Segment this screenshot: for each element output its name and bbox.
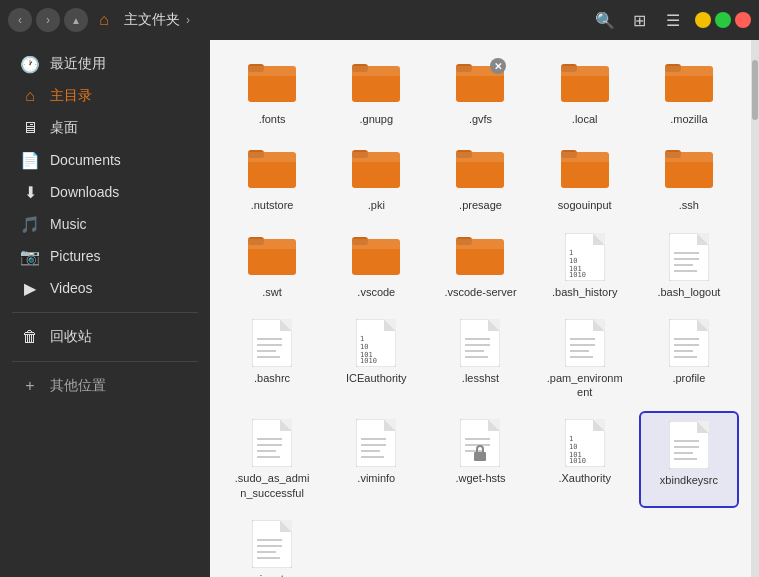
sidebar-label-videos: Videos (50, 280, 93, 296)
documents-icon: 📄 (20, 150, 40, 170)
file-item-gvfs[interactable]: ✕ .gvfs (430, 52, 530, 134)
file-label-profile: .profile (672, 371, 705, 385)
up-button[interactable]: ▲ (64, 8, 88, 32)
file-item-pki[interactable]: .pki (326, 138, 426, 220)
sidebar-label-add: 其他位置 (50, 377, 106, 395)
file-label-wget-hsts: .wget-hsts (455, 471, 505, 485)
file-label-bash-history: .bash_history (552, 285, 617, 299)
sidebar-item-trash[interactable]: 🗑 回收站 (4, 321, 206, 353)
sidebar-item-desktop[interactable]: 🖥 桌面 (4, 112, 206, 144)
folder-icon-local (561, 60, 609, 108)
sidebar-label-pictures: Pictures (50, 248, 101, 264)
path-arrow: › (186, 13, 190, 27)
sidebar-item-home[interactable]: ⌂ 主目录 (4, 80, 206, 112)
file-label-pam-environment: .pam_environment (545, 371, 625, 400)
file-item-xbindkeysrc[interactable]: xbindkeysrc (639, 411, 739, 508)
path-label: 主文件夹 (124, 11, 180, 29)
sidebar-label-desktop: 桌面 (50, 119, 78, 137)
maximize-button[interactable] (715, 12, 731, 28)
file-label-xinputrc: .xinputrc (251, 572, 293, 577)
file-item-vscode-server[interactable]: .vscode-server (430, 225, 530, 307)
sidebar-item-documents[interactable]: 📄 Documents (4, 144, 206, 176)
binary-icon-iceauthority: 1 10 101 1010 (352, 319, 400, 367)
file-item-fonts[interactable]: .fonts (222, 52, 322, 134)
sidebar: 🕐 最近使用 ⌂ 主目录 🖥 桌面 📄 Documents ⬇ Download… (0, 40, 210, 577)
svg-text:1: 1 (569, 249, 573, 257)
file-label-local: .local (572, 112, 598, 126)
file-label-swt: .swt (262, 285, 282, 299)
file-item-bash-logout[interactable]: .bash_logout (639, 225, 739, 307)
file-item-wget-hsts[interactable]: .wget-hsts (430, 411, 530, 508)
file-item-iceauthority[interactable]: 1 10 101 1010 ICEauthority (326, 311, 426, 408)
folder-icon-fonts (248, 60, 296, 108)
minimize-button[interactable] (695, 12, 711, 28)
file-item-ssh[interactable]: .ssh (639, 138, 739, 220)
desktop-icon: 🖥 (20, 118, 40, 138)
file-item-sudo[interactable]: .sudo_as_admin_successful (222, 411, 322, 508)
file-item-vscode[interactable]: .vscode (326, 225, 426, 307)
doc-icon-profile (665, 319, 713, 367)
file-item-lesshst[interactable]: .lesshst (430, 311, 530, 408)
file-item-bash-history[interactable]: 1 10 101 1010 .bash_history (535, 225, 635, 307)
sidebar-label-downloads: Downloads (50, 184, 119, 200)
svg-rect-33 (248, 239, 296, 249)
file-item-bashrc[interactable]: .bashrc (222, 311, 322, 408)
scroll-thumb[interactable] (752, 60, 758, 120)
sidebar-item-music[interactable]: 🎵 Music (4, 208, 206, 240)
pictures-icon: 📷 (20, 246, 40, 266)
sidebar-item-downloads[interactable]: ⬇ Downloads (4, 176, 206, 208)
file-item-profile[interactable]: .profile (639, 311, 739, 408)
file-item-pam-environment[interactable]: .pam_environment (535, 311, 635, 408)
window-controls (695, 12, 751, 28)
svg-text:10: 10 (569, 443, 577, 451)
sidebar-label-recent: 最近使用 (50, 55, 106, 73)
sidebar-item-recent[interactable]: 🕐 最近使用 (4, 48, 206, 80)
file-label-xauthority: .Xauthority (558, 471, 611, 485)
forward-button[interactable]: › (36, 8, 60, 32)
file-label-bash-logout: .bash_logout (657, 285, 720, 299)
scrollbar[interactable] (751, 40, 759, 577)
trash-icon: 🗑 (20, 327, 40, 347)
titlebar-actions: 🔍 ⊞ ☰ (591, 6, 687, 34)
add-icon: + (20, 376, 40, 396)
file-item-local[interactable]: .local (535, 52, 635, 134)
svg-rect-39 (456, 239, 504, 249)
sidebar-item-videos[interactable]: ▶ Videos (4, 272, 206, 304)
file-item-xauthority[interactable]: 1 10 101 1010 .Xauthority (535, 411, 635, 508)
close-button[interactable] (735, 12, 751, 28)
nav-buttons: ‹ › ▲ (8, 8, 88, 32)
sidebar-label-documents: Documents (50, 152, 121, 168)
file-item-gnupg[interactable]: .gnupg (326, 52, 426, 134)
sidebar-add-location[interactable]: + 其他位置 (4, 370, 206, 402)
folder-icon-vscode-server (456, 233, 504, 281)
doc-icon-lesshst (456, 319, 504, 367)
file-item-swt[interactable]: .swt (222, 225, 322, 307)
doc-icon-bash-logout (665, 233, 713, 281)
file-item-nutstore[interactable]: .nutstore (222, 138, 322, 220)
sidebar-item-pictures[interactable]: 📷 Pictures (4, 240, 206, 272)
search-button[interactable]: 🔍 (591, 6, 619, 34)
svg-rect-3 (248, 66, 296, 76)
doc-icon-viminfo (352, 419, 400, 467)
file-item-mozilla[interactable]: .mozilla (639, 52, 739, 134)
file-label-viminfo: .viminfo (357, 471, 395, 485)
menu-button[interactable]: ☰ (659, 6, 687, 34)
file-item-sogouinput[interactable]: sogouinput (535, 138, 635, 220)
view-button[interactable]: ⊞ (625, 6, 653, 34)
folder-icon-vscode (352, 233, 400, 281)
back-button[interactable]: ‹ (8, 8, 32, 32)
file-item-viminfo[interactable]: .viminfo (326, 411, 426, 508)
file-label-sudo: .sudo_as_admin_successful (232, 471, 312, 500)
folder-icon-ssh (665, 146, 713, 194)
svg-rect-36 (352, 239, 400, 249)
file-item-xinputrc[interactable]: .xinputrc (222, 512, 322, 577)
svg-rect-30 (665, 152, 713, 162)
svg-text:1010: 1010 (569, 457, 586, 465)
file-label-lesshst: .lesshst (462, 371, 499, 385)
file-label-bashrc: .bashrc (254, 371, 290, 385)
file-item-presage[interactable]: .presage (430, 138, 530, 220)
file-label-xbindkeysrc: xbindkeysrc (660, 473, 718, 487)
doc-icon-bashrc (248, 319, 296, 367)
titlebar: ‹ › ▲ ⌂ 主文件夹 › 🔍 ⊞ ☰ (0, 0, 759, 40)
svg-rect-27 (561, 152, 609, 162)
